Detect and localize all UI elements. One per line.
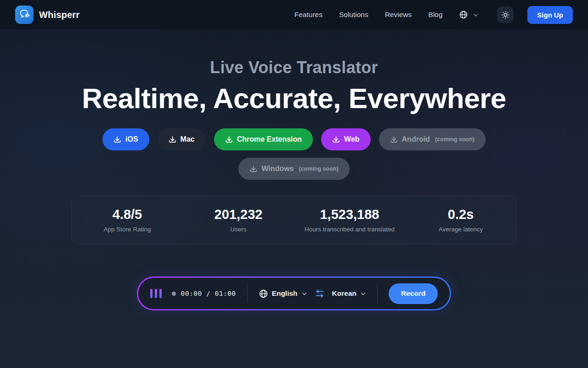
target-language-label: Korean xyxy=(332,289,356,298)
coming-soon-note: (coming soon) xyxy=(299,166,338,172)
globe-icon xyxy=(459,10,468,19)
download-icon xyxy=(390,136,398,144)
swap-languages-button[interactable] xyxy=(315,288,325,299)
download-android-button-disabled: Android (coming soon) xyxy=(379,128,486,150)
stat-label: Hours transcribed and translated xyxy=(305,226,395,233)
source-language-select[interactable]: English xyxy=(259,289,307,299)
nav-link-reviews[interactable]: Reviews xyxy=(385,11,412,19)
stat-app-store-rating: 4.8/5 App Store Rating xyxy=(72,207,183,233)
stat-value: 0.2s xyxy=(448,207,474,222)
chevron-down-icon xyxy=(473,12,479,18)
platform-label: Chrome Extension xyxy=(237,135,302,144)
stat-value: 1,523,188 xyxy=(320,207,379,222)
signup-button[interactable]: Sign Up xyxy=(527,6,573,24)
recorder-bar: 00:00 / 01:00 English xyxy=(138,278,450,309)
platform-buttons-row-2: Windows (coming soon) xyxy=(238,158,349,180)
nav-links: Features Solutions Reviews Blog xyxy=(294,10,479,19)
recording-dot-icon xyxy=(172,292,176,296)
coming-soon-note: (coming soon) xyxy=(435,136,475,143)
sun-icon xyxy=(501,11,510,19)
download-icon xyxy=(225,136,233,144)
stat-latency: 0.2s Average latency xyxy=(405,207,516,233)
download-icon xyxy=(113,136,121,144)
record-button[interactable]: Record xyxy=(389,283,438,304)
brand[interactable]: Whisperr xyxy=(15,6,79,24)
equalizer-bars-icon[interactable] xyxy=(150,289,162,298)
stat-label: App Store Rating xyxy=(104,226,151,233)
recording-timer: 00:00 / 01:00 xyxy=(181,290,236,297)
chevron-down-icon xyxy=(360,291,366,297)
platform-label: Windows xyxy=(261,165,294,173)
hero-subtitle: Live Voice Translator xyxy=(210,58,378,77)
divider xyxy=(377,284,378,303)
swap-arrows-icon xyxy=(315,288,325,299)
stat-label: Users xyxy=(230,226,246,233)
site-language-selector[interactable] xyxy=(459,10,479,19)
stat-value: 201,232 xyxy=(215,207,263,222)
stat-label: Average latency xyxy=(439,226,483,233)
open-web-button[interactable]: Web xyxy=(321,128,370,150)
download-icon xyxy=(332,136,340,144)
platform-buttons-row: iOS Mac Chrome Extension Web Android ( xyxy=(102,128,486,150)
download-icon xyxy=(249,165,257,173)
download-ios-button[interactable]: iOS xyxy=(102,128,149,150)
target-language-select[interactable]: Korean xyxy=(332,289,366,298)
theme-toggle-button[interactable] xyxy=(497,6,514,23)
stat-users: 201,232 Users xyxy=(183,207,294,233)
download-windows-button-disabled: Windows (coming soon) xyxy=(238,158,349,180)
download-chrome-extension-button[interactable]: Chrome Extension xyxy=(214,128,313,150)
brand-name: Whisperr xyxy=(39,10,79,20)
chevron-down-icon xyxy=(301,291,307,297)
whisperr-logo-icon xyxy=(15,6,34,24)
stat-value: 4.8/5 xyxy=(113,207,142,222)
nav-link-features[interactable]: Features xyxy=(294,11,322,19)
hero-section: Live Voice Translator Realtime, Accurate… xyxy=(0,29,588,310)
page-title: Realtime, Accurate, Everywhere xyxy=(82,82,506,115)
nav-link-solutions[interactable]: Solutions xyxy=(339,11,368,19)
recorder-widget: 00:00 / 01:00 English xyxy=(137,276,452,310)
source-language-label: English xyxy=(272,289,298,298)
stat-hours: 1,523,188 Hours transcribed and translat… xyxy=(294,207,405,233)
nav-link-blog[interactable]: Blog xyxy=(428,11,442,19)
globe-icon xyxy=(259,289,268,299)
platform-label: Mac xyxy=(181,135,195,144)
divider xyxy=(247,284,248,303)
platform-label: Web xyxy=(344,135,359,144)
stats-card: 4.8/5 App Store Rating 201,232 Users 1,5… xyxy=(71,196,517,244)
navbar: Whisperr Features Solutions Reviews Blog… xyxy=(0,0,588,29)
platform-label: iOS xyxy=(125,135,138,144)
download-mac-button[interactable]: Mac xyxy=(158,128,206,150)
platform-label: Android xyxy=(402,135,430,144)
download-icon xyxy=(169,136,176,144)
